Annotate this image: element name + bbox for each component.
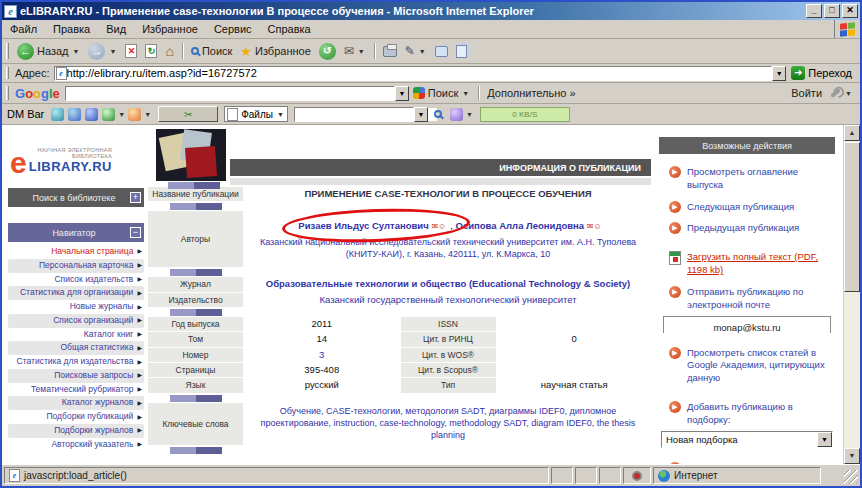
menu-file[interactable]: Файл [2, 20, 45, 38]
dm-tool-icon[interactable] [128, 108, 141, 121]
menu-view[interactable]: Вид [98, 20, 134, 38]
dm-sync-icon[interactable] [85, 108, 98, 121]
action-previous-publication[interactable]: ▶ Предыдущая публикация [659, 222, 835, 235]
issue-number-link[interactable]: 3 [319, 349, 324, 361]
go-button[interactable]: ➜ Переход [786, 66, 857, 80]
google-more-link[interactable]: Дополнительно » [483, 86, 579, 100]
menu-edit[interactable]: Правка [45, 20, 98, 38]
sidebar-navigator-header[interactable]: Навигатор − [8, 223, 144, 242]
email-input[interactable] [664, 320, 830, 335]
status-message-cell: e javascript:load_article() [4, 467, 549, 484]
vertical-scrollbar: ▲ ▼ [843, 125, 860, 464]
home-button[interactable]: ⌂ [161, 42, 177, 60]
sidebar-item-publishers-list[interactable]: Список издательств▶ [8, 273, 144, 287]
ie-throbber [834, 20, 860, 38]
sidebar-item-org-statistics[interactable]: Статистика для организации▶ [8, 286, 144, 300]
back-dropdown[interactable]: ▼ [72, 48, 81, 55]
google-search-button[interactable]: Поиск ▼ [409, 86, 474, 100]
action-add-to-collection[interactable]: ▶ Добавить публикацию в подборку: [659, 401, 835, 427]
dm-find-icon[interactable] [434, 110, 442, 118]
forward-dropdown[interactable]: ▼ [108, 48, 117, 55]
close-button[interactable]: ✕ [842, 4, 858, 18]
expand-icon[interactable]: + [130, 192, 141, 203]
copy-button[interactable] [452, 44, 471, 59]
sidebar-search-header[interactable]: Поиск в библиотеке + [8, 188, 144, 207]
addressbar-grip[interactable] [6, 67, 9, 80]
search-button[interactable]: Поиск [187, 44, 236, 58]
stop-button[interactable]: ✕ [121, 43, 141, 59]
messenger-button[interactable] [431, 45, 452, 58]
sidebar-item-thematic-rubricator[interactable]: Тематический рубрикатор▶ [8, 383, 144, 397]
action-google-scholar[interactable]: ▶ Просмотреть список статей в Google Ака… [659, 347, 835, 385]
mail-dropdown[interactable]: ▼ [357, 48, 366, 55]
dm-search-dropdown[interactable]: ▼ [414, 107, 428, 122]
address-input[interactable] [67, 67, 771, 80]
action-download-pdf[interactable]: Загрузить полный текст (PDF, 1198 kb) [659, 251, 835, 277]
collection-select[interactable]: Новая подборка ▼ [661, 431, 833, 448]
resize-grip[interactable] [844, 470, 858, 484]
author-profile-icon[interactable]: ☺ [438, 222, 446, 231]
sidebar-item-publication-collections[interactable]: Подборки публикаций▶ [8, 410, 144, 424]
googlebar-grip[interactable] [6, 86, 9, 100]
forward-button[interactable]: → ▼ [84, 42, 121, 61]
elibrary-logo[interactable]: e НАУЧНАЯ ЭЛЕКТРОННАЯ БИБЛИОТЕКА LIBRARY… [10, 147, 144, 174]
scrollbar-thumb[interactable] [844, 142, 860, 292]
dm-extra-icon[interactable] [450, 108, 463, 121]
keywords-value[interactable]: Обучение, CASE-технологии, методология S… [243, 403, 653, 445]
google-search-dropdown[interactable]: ▼ [395, 86, 409, 101]
scrollbar-track[interactable] [844, 292, 860, 448]
edit-button[interactable]: ✎ ▼ [401, 43, 431, 59]
chevron-right-icon: ▶ [137, 290, 142, 297]
sidebar-item-journals-catalog[interactable]: Каталог журналов▶ [8, 396, 144, 410]
sidebar-item-home[interactable]: Начальная страница▶ [8, 245, 144, 259]
publisher-link[interactable]: Казанский государственный технологически… [319, 294, 576, 306]
dm-download-icon[interactable] [68, 108, 81, 121]
collapse-icon[interactable]: − [130, 227, 141, 238]
favorites-button[interactable]: ★ Избранное [236, 43, 314, 60]
action-add-note[interactable]: ▶ Добавить Вашу заметку к публикации [659, 462, 835, 464]
menu-tools[interactable]: Сервис [206, 20, 260, 38]
mail-button[interactable]: ✉ ▼ [340, 43, 370, 59]
dm-files-select[interactable]: Файлы ▼ [224, 106, 288, 122]
toolbar-grip[interactable] [6, 43, 9, 60]
menu-help[interactable]: Справка [260, 20, 319, 38]
sidebar-item-org-list[interactable]: Список организаций▶ [8, 314, 144, 328]
sidebar-item-personal-card[interactable]: Персональная карточка▶ [8, 259, 144, 273]
dm-chat-icon[interactable] [51, 108, 64, 121]
author-profile-icon[interactable]: ☺ [593, 222, 601, 231]
journal-link[interactable]: Образовательные технологии и общество (E… [266, 278, 630, 290]
back-button[interactable]: ← Назад ▼ [13, 42, 84, 61]
history-button[interactable]: ↺ [315, 42, 340, 61]
journal-cover-image[interactable] [156, 129, 226, 181]
maximize-button[interactable]: □ [824, 4, 840, 18]
print-button[interactable] [379, 45, 401, 58]
authors-row: Авторы Ризаев Ильдус Султанович ✉☺ , Оси… [148, 211, 653, 267]
refresh-button[interactable]: ↻ [141, 43, 161, 59]
select-dropdown-icon[interactable]: ▼ [817, 432, 832, 447]
sidebar-item-search-queries[interactable]: Поисковые запросы▶ [8, 369, 144, 383]
action-view-toc[interactable]: ▶ Просмотреть оглавление выпуска [659, 166, 835, 192]
author-link-1[interactable]: Ризаев Ильдус Султанович [298, 220, 428, 231]
minimize-button[interactable]: _ [806, 4, 822, 18]
google-signin-link[interactable]: Войти [787, 86, 826, 100]
sidebar-item-author-index[interactable]: Авторский указатель▶ [8, 438, 144, 452]
sidebar-item-new-journals[interactable]: Новые журналы▶ [8, 300, 144, 314]
scroll-up-button[interactable]: ▲ [844, 125, 860, 141]
ie-app-icon: e [4, 5, 17, 18]
google-search-input[interactable] [66, 87, 394, 100]
google-settings-button[interactable]: ▼ [826, 89, 857, 98]
sidebar-item-general-statistics[interactable]: Общая статистика▶ [8, 341, 144, 355]
sidebar-item-publisher-statistics[interactable]: Статистика для издательства▶ [8, 355, 144, 369]
address-dropdown[interactable]: ▼ [772, 66, 786, 81]
dm-toolbar: DM Bar ▼ ▼ ✂ Файлы ▼ ▼ ▼ 0 KB/S [2, 104, 860, 125]
action-next-publication[interactable]: ▶ Следующая публикация [659, 201, 835, 214]
menu-favorites[interactable]: Избранное [134, 20, 206, 38]
action-email-publication[interactable]: ▶ Отправить публикацию по электронной по… [659, 286, 835, 312]
author-link-2[interactable]: Осипова Алла Леонидовна [456, 220, 585, 231]
dm-cut-button[interactable]: ✂ [158, 106, 218, 122]
sidebar-item-books-catalog[interactable]: Каталог книг▶ [8, 328, 144, 342]
edit-dropdown[interactable]: ▼ [418, 48, 427, 55]
sidebar-item-journal-collections[interactable]: Подборки журналов▶ [8, 424, 144, 438]
scroll-down-button[interactable]: ▼ [844, 448, 860, 464]
dm-globe-icon[interactable] [102, 108, 115, 121]
